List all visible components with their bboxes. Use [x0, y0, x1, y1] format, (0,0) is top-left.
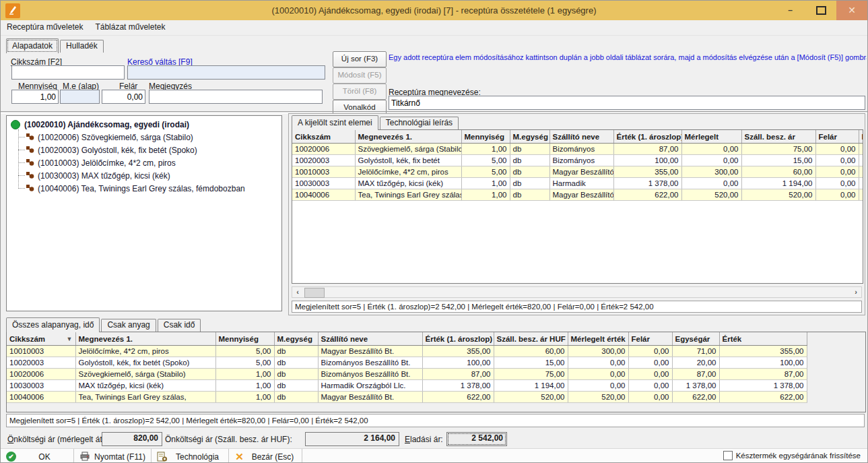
table-cell[interactable]: 5,00: [215, 357, 274, 369]
table-cell[interactable]: db: [510, 155, 549, 166]
table-cell[interactable]: db: [274, 392, 318, 403]
table-cell[interactable]: 0,00: [628, 369, 672, 380]
table-cell[interactable]: 0,00: [815, 166, 859, 178]
table-cell[interactable]: 0,00: [628, 392, 672, 403]
table-cell[interactable]: 60,00: [494, 346, 568, 357]
column-header[interactable]: Megnevezés 1.: [355, 130, 461, 144]
close-button[interactable]: ✕: [836, 1, 867, 20]
table-cell[interactable]: 10040006: [7, 392, 75, 403]
table-cell[interactable]: 10020003: [7, 357, 75, 369]
bez-r-esc-button[interactable]: ✕Bezár (Esc): [229, 449, 302, 463]
table-cell[interactable]: 1,00: [461, 189, 510, 201]
table-cell[interactable]: db: [510, 178, 549, 189]
table-cell[interactable]: 0,00: [681, 155, 741, 166]
receptura-megnevezese-input[interactable]: [389, 96, 865, 110]
table-cell[interactable]: [859, 155, 863, 166]
table-cell[interactable]: 10010003: [7, 346, 75, 357]
table-cell[interactable]: 20,00: [672, 357, 719, 369]
eladasi-ar-field[interactable]: 2 542,00: [446, 432, 507, 446]
table-cell[interactable]: 355,00: [422, 346, 494, 357]
tree-root-item[interactable]: (10020010) Ajándékcsomag, egyedi (irodai…: [9, 119, 279, 131]
tab[interactable]: A kijelölt szint elemei: [292, 115, 378, 130]
table-cell[interactable]: Harmadik: [549, 178, 613, 189]
table-row[interactable]: 10020006Szövegkiemelő, sárga (Stabilo)1,…: [292, 144, 863, 155]
tab[interactable]: Technológiai leírás: [380, 117, 459, 129]
table-cell[interactable]: 0,00: [568, 369, 628, 380]
table-cell[interactable]: 355,00: [719, 346, 807, 357]
table-cell[interactable]: 100,00: [613, 155, 681, 166]
table-cell[interactable]: 10010003: [292, 166, 355, 178]
column-header[interactable]: Érték: [719, 332, 807, 346]
table-cell[interactable]: Harmadik Országból Llc.: [318, 380, 422, 392]
column-header[interactable]: M.egység: [510, 130, 549, 144]
table-row[interactable]: 10020006Szövegkiemelő, sárga (Stabilo)1,…: [7, 369, 807, 380]
table-cell[interactable]: Szövegkiemelő, sárga (Stabilo): [75, 369, 215, 380]
table-cell[interactable]: Magyar Beszállító: [549, 166, 613, 178]
table-cell[interactable]: 10020003: [292, 155, 355, 166]
table-cell[interactable]: 1,00: [461, 178, 510, 189]
table-cell[interactable]: 87,00: [613, 144, 681, 155]
table-cell[interactable]: 100,00: [719, 357, 807, 369]
column-header[interactable]: M.egység: [274, 332, 318, 346]
table-cell[interactable]: 71,00: [672, 346, 719, 357]
table-cell[interactable]: 60,00: [741, 166, 815, 178]
table-cell[interactable]: 1,00: [215, 392, 274, 403]
table-cell[interactable]: 100,00: [422, 357, 494, 369]
table-cell[interactable]: Tea, Twinings Earl Grey szálas,: [75, 392, 215, 403]
mennyiseg-input[interactable]: [11, 90, 59, 104]
table-cell[interactable]: 5,00: [461, 166, 510, 178]
table-row[interactable]: 10010003Jelölőcímke, 4*2 cm, piros5,00db…: [292, 166, 863, 178]
column-header[interactable]: Szállító neve: [549, 130, 613, 144]
column-header[interactable]: Mennyiség: [461, 130, 510, 144]
table-cell[interactable]: 15,00: [494, 357, 568, 369]
table-cell[interactable]: 1 378,00: [719, 380, 807, 392]
table-cell[interactable]: 75,00: [494, 369, 568, 380]
table-cell[interactable]: Szövegkiemelő, sárga (Stabilo): [355, 144, 461, 155]
table-cell[interactable]: 75,00: [741, 144, 815, 155]
table-cell[interactable]: 10020006: [292, 144, 355, 155]
table-cell[interactable]: 300,00: [681, 166, 741, 178]
table-cell[interactable]: Golyóstoll, kék, fix betét: [355, 155, 461, 166]
table-cell[interactable]: 87,00: [422, 369, 494, 380]
table-cell[interactable]: 1,00: [215, 369, 274, 380]
column-header[interactable]: Egységár: [672, 332, 719, 346]
table-cell[interactable]: Magyar Beszállító: [549, 189, 613, 201]
table-cell[interactable]: 1 194,00: [741, 178, 815, 189]
table-cell[interactable]: 15,00: [741, 155, 815, 166]
column-header[interactable]: Felár: [815, 130, 859, 144]
table-cell[interactable]: db: [510, 189, 549, 201]
cikkszam-input[interactable]: [11, 65, 125, 80]
table-cell[interactable]: 520,00: [681, 189, 741, 201]
table-cell[interactable]: MAX tűzőgép, kicsi (kék): [355, 178, 461, 189]
table-cell[interactable]: 0,00: [681, 178, 741, 189]
table-cell[interactable]: Magyar Beszállító Bt.: [318, 346, 422, 357]
table-cell[interactable]: db: [510, 144, 549, 155]
tree-child-item[interactable]: (10020006) Szövegkiemelő, sárga (Stabilo…: [26, 131, 279, 144]
tab[interactable]: Csak idő: [158, 319, 201, 332]
table-cell[interactable]: 0,00: [815, 155, 859, 166]
table-row[interactable]: 10020003Golyóstoll, kék, fix betét (Spok…: [7, 357, 807, 369]
maximize-button[interactable]: [806, 1, 836, 20]
table-cell[interactable]: 1 378,00: [613, 178, 681, 189]
table-cell[interactable]: 10030003: [7, 380, 75, 392]
table-cell[interactable]: Bizományos: [549, 155, 613, 166]
table-cell[interactable]: [859, 189, 863, 201]
table-cell[interactable]: Jelölőcímke, 4*2 cm, piros: [75, 346, 215, 357]
table-cell[interactable]: 1,00: [215, 380, 274, 392]
tab[interactable]: Alapadatok: [6, 38, 59, 53]
menu-item[interactable]: Receptúra műveletek: [1, 20, 89, 35]
megjegyzes-input[interactable]: [149, 90, 323, 104]
tree-child-item[interactable]: (10020003) Golyóstoll, kék, fix betét (S…: [26, 144, 279, 156]
menu-item[interactable]: Táblázat műveletek: [89, 20, 171, 35]
tab[interactable]: Hulladék: [60, 40, 104, 53]
table-cell[interactable]: 0,00: [628, 357, 672, 369]
table-cell[interactable]: db: [274, 380, 318, 392]
felar-input[interactable]: [102, 90, 145, 104]
ok-button[interactable]: ✔OK: [1, 449, 74, 463]
table-row[interactable]: 10030003MAX tűzőgép, kicsi (kék)1,00dbHa…: [292, 178, 863, 189]
table-cell[interactable]: Jelölőcímke, 4*2 cm, piros: [355, 166, 461, 178]
table-row[interactable]: 10040006Tea, Twinings Earl Grey szálas,1…: [292, 189, 863, 201]
column-header[interactable]: Mennyiség: [215, 332, 274, 346]
table-cell[interactable]: 622,00: [719, 392, 807, 403]
column-header[interactable]: Száll. besz. ár HUF: [494, 332, 568, 346]
